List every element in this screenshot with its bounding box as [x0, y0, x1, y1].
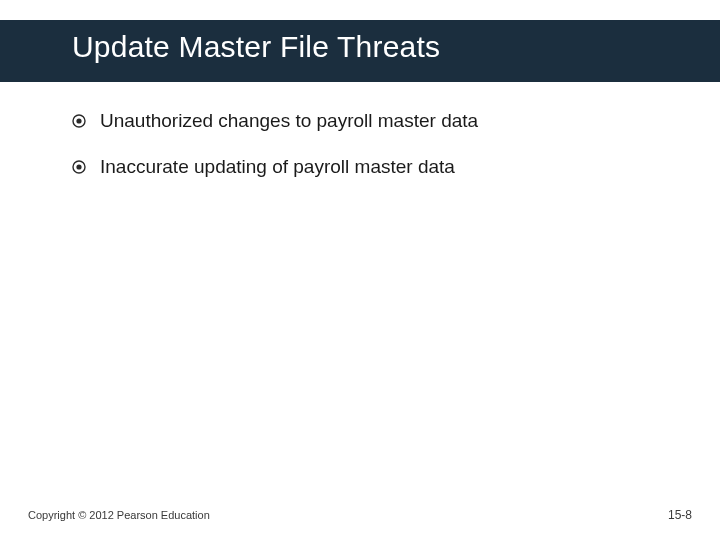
list-item: Unauthorized changes to payroll master d… [72, 110, 680, 132]
svg-point-1 [76, 118, 81, 123]
list-item: Inaccurate updating of payroll master da… [72, 156, 680, 178]
page-number: 15-8 [668, 508, 692, 522]
slide-title: Update Master File Threats [72, 30, 440, 64]
bullet-text: Inaccurate updating of payroll master da… [100, 156, 455, 178]
target-bullet-icon [72, 160, 86, 174]
title-header: Update Master File Threats [0, 0, 720, 82]
target-bullet-icon [72, 114, 86, 128]
content-area: Unauthorized changes to payroll master d… [72, 110, 680, 202]
footer: Copyright © 2012 Pearson Education 15-8 [28, 508, 692, 522]
bullet-text: Unauthorized changes to payroll master d… [100, 110, 478, 132]
copyright-text: Copyright © 2012 Pearson Education [28, 509, 210, 521]
svg-point-3 [76, 164, 81, 169]
